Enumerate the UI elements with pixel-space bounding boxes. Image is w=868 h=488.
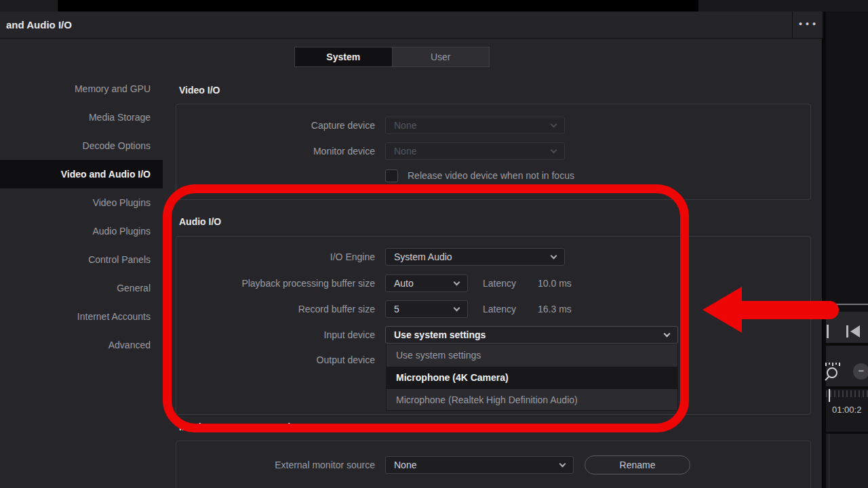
top-strip-left xyxy=(0,0,58,12)
annotation-arrow-shaft xyxy=(739,301,839,319)
ruler-major-tick xyxy=(829,389,830,402)
monitor-device-value: None xyxy=(394,146,416,157)
zoom-fit-icon[interactable] xyxy=(823,361,842,382)
sidebar-item-video-plugins[interactable]: Video Plugins xyxy=(0,188,163,217)
capture-device-value: None xyxy=(394,120,416,131)
sidebar-item-video-and-audio-io[interactable]: Video and Audio I/O xyxy=(0,160,163,188)
dialog-title: and Audio I/O xyxy=(6,12,72,39)
tab-user[interactable]: User xyxy=(393,47,490,66)
sidebar-item-memory-and-gpu[interactable]: Memory and GPU xyxy=(0,75,163,103)
timeline-tracks xyxy=(826,434,868,488)
capture-device-label: Capture device xyxy=(122,117,375,134)
release-video-device-checkbox[interactable] xyxy=(385,169,398,182)
dialog-options-button[interactable]: ● ● ● xyxy=(792,12,823,39)
screen: − 01:00:2 and Audio I/O ● ● ● System Use… xyxy=(0,0,868,488)
timecode-label: 01:00:2 xyxy=(832,405,868,415)
external-monitor-source-select[interactable]: None xyxy=(385,456,574,474)
chevron-down-icon xyxy=(551,147,557,154)
top-strip-viewer xyxy=(58,0,698,12)
annotation-highlight-rectangle xyxy=(163,184,689,432)
dialog-titlebar: and Audio I/O xyxy=(0,12,823,39)
video-io-header: Video I/O xyxy=(179,85,220,96)
transport-bar-icon[interactable] xyxy=(827,325,829,338)
capture-device-select[interactable]: None xyxy=(385,117,565,134)
external-monitor-source-label: External monitor source xyxy=(122,456,375,474)
annotation-arrow-icon xyxy=(703,287,742,333)
skip-to-start-icon[interactable] xyxy=(845,324,863,339)
zoom-out-minus-icon[interactable]: − xyxy=(853,363,868,380)
monitor-device-label: Monitor device xyxy=(122,142,375,160)
scope-tabs: System User xyxy=(294,47,490,67)
monitor-device-select[interactable]: None xyxy=(385,142,565,160)
ruler-ticks xyxy=(826,390,868,397)
sidebar-item-audio-plugins[interactable]: Audio Plugins xyxy=(0,217,163,245)
release-video-device-label: Release video device when not in focus xyxy=(408,167,574,184)
track-grid-line xyxy=(829,434,829,488)
chevron-down-icon xyxy=(551,121,557,128)
rename-button[interactable]: Rename xyxy=(585,455,690,474)
chevron-down-icon xyxy=(559,461,566,468)
external-monitor-source-value: None xyxy=(394,460,416,470)
tab-system[interactable]: System xyxy=(295,47,393,66)
top-strip-right xyxy=(698,0,868,12)
